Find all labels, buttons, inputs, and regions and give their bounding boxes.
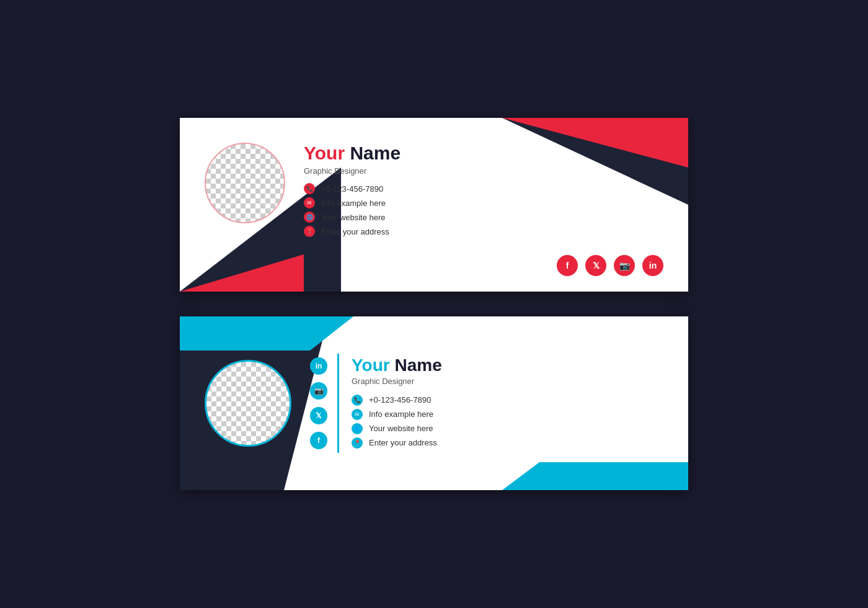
email-icon-2: ✉ — [352, 409, 363, 420]
email-signature-card-1: Your Name Graphic Designer 📞 +0-123-456-… — [180, 118, 688, 292]
card1-website-text: Your website here — [321, 213, 386, 222]
linkedin-button[interactable]: in — [642, 255, 663, 276]
card2-social-column: in 📷 𝕏 f — [310, 357, 327, 449]
email-signature-card-2: in 📷 𝕏 f Your Name Graphic Designer 📞 +0… — [180, 316, 688, 490]
card2-email-text: Info example here — [369, 409, 433, 419]
card2-address-row: 📍 Enter your address — [352, 437, 670, 449]
email-icon: ✉ — [304, 197, 315, 208]
instagram-button-2[interactable]: 📷 — [310, 382, 327, 400]
phone-icon-2: 📞 — [352, 395, 363, 406]
twitter-button[interactable]: 𝕏 — [585, 255, 606, 276]
card2-job-title: Graphic Designer — [352, 377, 670, 386]
card2-email-row: ✉ Info example here — [352, 409, 670, 420]
facebook-button-2[interactable]: f — [310, 432, 327, 449]
card1-email-row: ✉ Info example here — [304, 197, 663, 208]
card2-info-section: Your Name Graphic Designer 📞 +0-123-456-… — [352, 355, 670, 452]
website-icon: 🌐 — [304, 212, 315, 223]
card1-name-first: Your — [304, 143, 345, 163]
card2-address-text: Enter your address — [369, 438, 437, 447]
avatar-area-2 — [198, 360, 298, 447]
avatar-photo-placeholder-1 — [205, 143, 285, 223]
card1-email-text: Info example here — [321, 199, 386, 208]
twitter-button-2[interactable]: 𝕏 — [310, 407, 327, 424]
card2-name-last: Name — [394, 355, 441, 375]
card1-name-last: Name — [350, 143, 401, 163]
card1-info-section: Your Name Graphic Designer 📞 +0-123-456-… — [304, 136, 663, 240]
card2-name-first: Your — [352, 355, 390, 375]
website-icon-2: 🌐 — [352, 423, 363, 434]
card2-phone-row: 📞 +0-123-456-7890 — [352, 395, 670, 406]
card1-phone-text: +0-123-456-7890 — [321, 184, 383, 194]
phone-icon: 📞 — [304, 183, 315, 194]
card2-phone-text: +0-123-456-7890 — [369, 395, 431, 405]
instagram-button[interactable]: 📷 — [614, 255, 635, 276]
card1-website-row: 🌐 Your website here — [304, 212, 663, 223]
card2-website-row: 🌐 Your website here — [352, 423, 670, 434]
address-icon: 📍 — [304, 226, 315, 237]
facebook-button[interactable]: f — [557, 255, 578, 276]
card1-name: Your Name — [304, 143, 663, 164]
card2-vertical-divider — [337, 354, 339, 453]
linkedin-button-2[interactable]: in — [310, 357, 327, 375]
card2-website-text: Your website here — [369, 424, 433, 433]
card1-address-text: Enter your address — [321, 227, 389, 236]
card1-social-row: f 𝕏 📷 in — [557, 255, 663, 276]
card1-address-row: 📍 Enter your address — [304, 226, 663, 237]
address-icon-2: 📍 — [352, 437, 363, 449]
card2-content-area: in 📷 𝕏 f Your Name Graphic Designer 📞 +0… — [180, 316, 688, 490]
card2-name: Your Name — [352, 355, 670, 375]
card1-job-title: Graphic Designer — [304, 166, 663, 176]
card1-phone-row: 📞 +0-123-456-7890 — [304, 183, 663, 194]
avatar-photo-placeholder-2 — [205, 360, 291, 447]
